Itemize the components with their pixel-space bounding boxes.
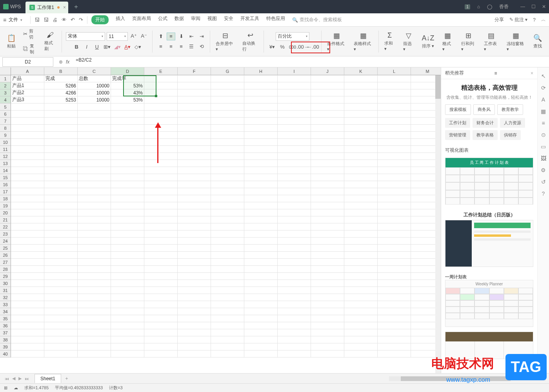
cell-H24[interactable] <box>244 238 278 245</box>
cell-H28[interactable] <box>244 266 278 273</box>
cell-A34[interactable] <box>11 308 44 315</box>
cell-J14[interactable] <box>311 167 344 174</box>
help-tool-icon[interactable]: ? <box>542 191 545 197</box>
col-head-E[interactable]: E <box>144 67 178 75</box>
cell-E14[interactable] <box>144 167 178 174</box>
cell-L33[interactable] <box>378 301 411 308</box>
row-head-38[interactable]: 38 <box>0 336 11 343</box>
cell-G35[interactable] <box>211 315 244 322</box>
cell-H25[interactable] <box>244 245 278 252</box>
cell-K22[interactable] <box>344 223 378 230</box>
cell-G13[interactable] <box>211 160 244 167</box>
border-icon[interactable]: ⊞▾ <box>103 43 111 51</box>
cell-G3[interactable] <box>211 89 244 96</box>
cell-E40[interactable] <box>144 350 178 358</box>
maximize-icon[interactable]: ☐ <box>531 4 536 9</box>
cell-F10[interactable] <box>178 139 211 146</box>
cell-B23[interactable] <box>44 230 78 238</box>
tag-work-plan[interactable]: 工作计划 <box>445 118 470 128</box>
cell-E38[interactable] <box>144 336 178 343</box>
spreadsheet[interactable]: ABCDEFGHIJKLM1产品完成总数完成率2产品152661000053%3… <box>0 67 441 392</box>
cell-C17[interactable] <box>78 188 111 195</box>
cell-G12[interactable] <box>211 153 244 160</box>
align-bottom-icon[interactable]: ⬇ <box>177 33 185 40</box>
cell-K17[interactable] <box>344 188 378 195</box>
cell-D34[interactable] <box>111 308 144 315</box>
row-head-40[interactable]: 40 <box>0 350 11 358</box>
cell-A16[interactable] <box>11 181 44 188</box>
cell-F32[interactable] <box>178 294 211 301</box>
cell-G7[interactable] <box>211 118 244 125</box>
cell-I33[interactable] <box>278 301 311 308</box>
cell-C6[interactable] <box>78 111 111 118</box>
cell-F34[interactable] <box>178 308 211 315</box>
cell-L15[interactable] <box>378 174 411 181</box>
cell-C32[interactable] <box>78 294 111 301</box>
row-head-20[interactable]: 20 <box>0 209 11 216</box>
cell-A26[interactable] <box>11 252 44 259</box>
cell-A1[interactable]: 产品 <box>11 75 44 82</box>
cell-E4[interactable] <box>144 96 178 103</box>
help-icon[interactable]: ? <box>533 17 536 23</box>
cell-K11[interactable] <box>344 146 378 153</box>
save-as-icon[interactable]: 🖫 <box>44 17 49 23</box>
cell-I9[interactable] <box>278 132 311 139</box>
document-tab[interactable]: S 工作簿1 × <box>25 2 68 13</box>
cell-H23[interactable] <box>244 230 278 238</box>
cell-A27[interactable] <box>11 259 44 266</box>
notif-badge[interactable]: 1 <box>465 4 470 9</box>
tag-marketing[interactable]: 营销管理 <box>445 130 470 140</box>
cell-G19[interactable] <box>211 202 244 209</box>
panel-close-icon[interactable]: × <box>531 71 533 76</box>
cell-A20[interactable] <box>11 209 44 216</box>
cell-I14[interactable] <box>278 167 311 174</box>
cell-H39[interactable] <box>244 343 278 350</box>
format-button[interactable]: ▦格式 ▾ <box>441 31 455 53</box>
cell-L16[interactable] <box>378 181 411 188</box>
row-head-2[interactable]: 2 <box>0 82 11 89</box>
cell-H14[interactable] <box>244 167 278 174</box>
cell-D33[interactable] <box>111 301 144 308</box>
cell-B16[interactable] <box>44 181 78 188</box>
cell-K39[interactable] <box>344 343 378 350</box>
refresh-tool-icon[interactable]: ⟳ <box>541 85 546 91</box>
cell-J31[interactable] <box>311 287 344 294</box>
cell-E5[interactable] <box>144 103 178 111</box>
cell-A19[interactable] <box>11 202 44 209</box>
cell-C21[interactable] <box>78 216 111 223</box>
cell-K7[interactable] <box>344 118 378 125</box>
cell-A4[interactable]: 产品3 <box>11 96 44 103</box>
cell-F35[interactable] <box>178 315 211 322</box>
cell-J4[interactable] <box>311 96 344 103</box>
fx-cancel-icon[interactable]: ⊗ <box>59 59 63 65</box>
cell-C38[interactable] <box>78 336 111 343</box>
cell-C10[interactable] <box>78 139 111 146</box>
sheet-nav-prev-icon[interactable]: ◀ <box>11 376 17 381</box>
cursor-tool-icon[interactable]: ↖ <box>541 73 546 79</box>
cell-I11[interactable] <box>278 146 311 153</box>
cell-D21[interactable] <box>111 216 144 223</box>
cell-K9[interactable] <box>344 132 378 139</box>
cell-C14[interactable] <box>78 167 111 174</box>
cell-G25[interactable] <box>211 245 244 252</box>
cell-G11[interactable] <box>211 146 244 153</box>
cell-L6[interactable] <box>378 111 411 118</box>
cell-G32[interactable] <box>211 294 244 301</box>
cell-F36[interactable] <box>178 322 211 329</box>
cell-B36[interactable] <box>44 322 78 329</box>
cut-button[interactable]: ✂剪切 <box>22 27 38 41</box>
cell-G33[interactable] <box>211 301 244 308</box>
cell-A28[interactable] <box>11 266 44 273</box>
cell-I38[interactable] <box>278 336 311 343</box>
cell-D39[interactable] <box>111 343 144 350</box>
col-head-B[interactable]: B <box>44 67 78 75</box>
cell-L18[interactable] <box>378 195 411 202</box>
cell-J40[interactable] <box>311 350 344 358</box>
cell-G40[interactable] <box>211 350 244 358</box>
cell-B4[interactable]: 5253 <box>44 96 78 103</box>
tab-dev-tools[interactable]: 开发工具 <box>240 15 259 24</box>
cell-K27[interactable] <box>344 259 378 266</box>
cell-I12[interactable] <box>278 153 311 160</box>
cell-K26[interactable] <box>344 252 378 259</box>
cell-H11[interactable] <box>244 146 278 153</box>
